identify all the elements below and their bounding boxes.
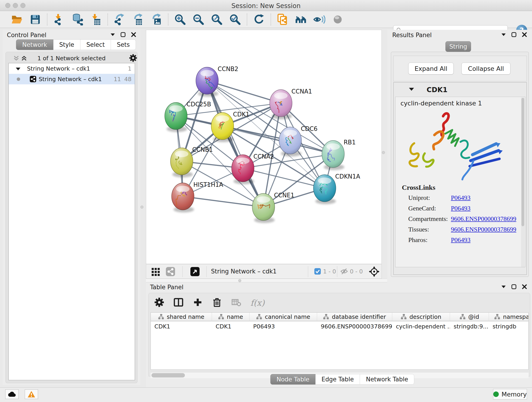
save-session-icon[interactable] xyxy=(29,13,41,26)
crosslink-link[interactable]: 9606.ENSP00000378699 xyxy=(451,215,516,223)
selected-checkbox-icon[interactable] xyxy=(314,268,321,276)
show-columns-icon[interactable] xyxy=(173,297,184,308)
edge-HIST1H1A-CCNE1[interactable] xyxy=(183,196,264,207)
expand-all-button[interactable]: Expand All xyxy=(408,63,454,75)
panel-float-icon[interactable] xyxy=(511,284,516,289)
panel-menu-icon[interactable] xyxy=(501,285,506,288)
node-RB1[interactable] xyxy=(322,140,344,170)
table-cell: CDK1 xyxy=(212,322,249,331)
tab-string[interactable]: String xyxy=(445,41,471,52)
edge-CCNB2-CCNA1[interactable] xyxy=(207,81,281,103)
hidden-eye-icon[interactable] xyxy=(340,268,348,276)
cloud-button[interactable] xyxy=(5,389,19,399)
node-CCNB1[interactable] xyxy=(171,148,193,177)
network-manager: 1 of 1 Network selected String Network –… xyxy=(6,52,138,383)
splitter-handle[interactable] xyxy=(238,279,241,282)
column-header-shared-name[interactable]: shared name xyxy=(151,313,212,321)
node-CCNA1[interactable] xyxy=(270,89,292,119)
function-builder-icon[interactable]: f(x) xyxy=(250,298,265,307)
column-header-canonical-name[interactable]: canonical name xyxy=(249,313,317,321)
create-column-icon[interactable] xyxy=(193,297,203,308)
tab-select[interactable]: Select xyxy=(80,39,111,50)
panel-float-icon[interactable] xyxy=(511,32,516,37)
node-entry-header[interactable]: CDK1 xyxy=(394,83,526,97)
zoom-in-icon[interactable] xyxy=(174,13,186,26)
panel-close-icon[interactable] xyxy=(131,32,136,37)
fit-selected-crosshair-icon[interactable] xyxy=(369,266,380,278)
node-entry-panel: CDK1 cyclin-dependent kinase 1 xyxy=(393,82,527,275)
panel-menu-icon[interactable] xyxy=(110,33,115,36)
network-options-gear-icon[interactable] xyxy=(129,54,137,63)
tab-edge-table[interactable]: Edge Table xyxy=(316,374,360,385)
documents-share-icon[interactable] xyxy=(277,13,289,26)
table-hscrollbar-thumb[interactable] xyxy=(152,373,185,377)
network-label: String Network – cdk1 xyxy=(39,76,102,83)
crosslink-row: Pharos:P06493 xyxy=(408,236,523,245)
tab-style[interactable]: Style xyxy=(53,39,80,50)
network-collection-row[interactable]: String Network – cdk1 1 xyxy=(9,63,135,74)
node-CDK1[interactable] xyxy=(211,113,234,142)
memory-button[interactable]: Memory xyxy=(493,389,527,400)
node-CDC6[interactable] xyxy=(279,127,302,157)
node-HIST1H1A[interactable] xyxy=(172,183,194,212)
sphere-icon[interactable] xyxy=(331,13,344,26)
node-CDKN1A[interactable] xyxy=(313,175,336,204)
left-splitter-handle[interactable] xyxy=(140,206,143,209)
node-CDC25B[interactable] xyxy=(165,102,187,132)
export-image-icon[interactable] xyxy=(150,13,162,26)
node-label-CDKN1A: CDKN1A xyxy=(335,173,360,180)
panel-close-icon[interactable] xyxy=(522,284,527,289)
tab-node-table[interactable]: Node Table xyxy=(270,374,316,385)
table-cell: stringdb:9... xyxy=(450,322,489,331)
import-database-icon[interactable] xyxy=(71,13,84,26)
node-CCNB2[interactable] xyxy=(196,67,218,97)
delete-column-icon[interactable] xyxy=(212,297,222,308)
column-header-namespace[interactable]: namespace xyxy=(489,313,529,321)
zoom-selected-icon[interactable] xyxy=(229,13,241,26)
network-canvas[interactable]: CCNB2CCNA1CDC25BCDK1CDC6RB1CCNB1CCNA2CDK… xyxy=(146,30,382,264)
warnings-button[interactable] xyxy=(25,389,38,399)
column-header-description[interactable]: description xyxy=(392,313,450,321)
table-options-gear-icon[interactable] xyxy=(154,297,164,308)
open-session-icon[interactable] xyxy=(11,13,23,26)
right-splitter-handle[interactable] xyxy=(382,151,385,154)
export-table-icon[interactable] xyxy=(132,13,144,26)
collection-expand-icon[interactable] xyxy=(16,67,21,70)
panel-float-icon[interactable] xyxy=(120,32,126,37)
crosslink-link[interactable]: P06493 xyxy=(451,194,471,201)
results-scrollbar-thumb[interactable] xyxy=(521,98,524,226)
refresh-icon[interactable] xyxy=(253,13,265,26)
cytoscape-window: Session: New Session ? Control Panel Net… xyxy=(0,0,532,402)
column-header--id[interactable]: @id xyxy=(450,313,489,321)
tab-network-table[interactable]: Network Table xyxy=(360,374,414,385)
import-network-icon[interactable] xyxy=(53,13,65,26)
delete-table-icon[interactable] xyxy=(231,297,241,308)
panel-menu-icon[interactable] xyxy=(501,33,506,36)
collapse-all-button[interactable]: Collapse All xyxy=(462,63,510,75)
import-table-icon[interactable] xyxy=(89,13,102,26)
birdseye-view-icon[interactable] xyxy=(190,267,200,277)
table-row[interactable]: CDK1CDK1P064939606.ENSP00000378699cyclin… xyxy=(151,322,529,331)
zoom-fit-icon[interactable] xyxy=(210,13,223,26)
network-graph[interactable]: CCNB2CCNA1CDC25BCDK1CDC6RB1CCNB1CCNA2CDK… xyxy=(146,30,381,264)
eye-signal-icon[interactable] xyxy=(313,13,326,26)
node-CCNA2[interactable] xyxy=(232,155,254,184)
column-header-database-identifier[interactable]: database identifier xyxy=(317,313,392,321)
crosslink-link[interactable]: 9606.ENSP00000378699 xyxy=(451,226,516,233)
tab-sets[interactable]: Sets xyxy=(111,39,136,50)
column-header-name[interactable]: name xyxy=(212,313,249,321)
panel-close-icon[interactable] xyxy=(522,32,527,37)
crosslink-link[interactable]: P06493 xyxy=(451,236,471,244)
houses-icon[interactable] xyxy=(295,13,307,26)
node-CCNE1[interactable] xyxy=(252,193,275,223)
grid-view-icon[interactable] xyxy=(151,267,160,277)
results-scrollbar[interactable] xyxy=(521,97,525,267)
tab-network[interactable]: Network xyxy=(16,39,53,50)
network-row[interactable]: String Network – cdk1 11 48 xyxy=(9,74,135,84)
zoom-out-icon[interactable] xyxy=(192,13,205,26)
network-view-share-icon[interactable] xyxy=(166,267,175,277)
export-network-icon[interactable] xyxy=(114,13,126,26)
crosslink-link[interactable]: P06493 xyxy=(451,205,471,212)
entry-collapse-icon[interactable] xyxy=(409,88,414,91)
column-label: name xyxy=(227,313,243,320)
